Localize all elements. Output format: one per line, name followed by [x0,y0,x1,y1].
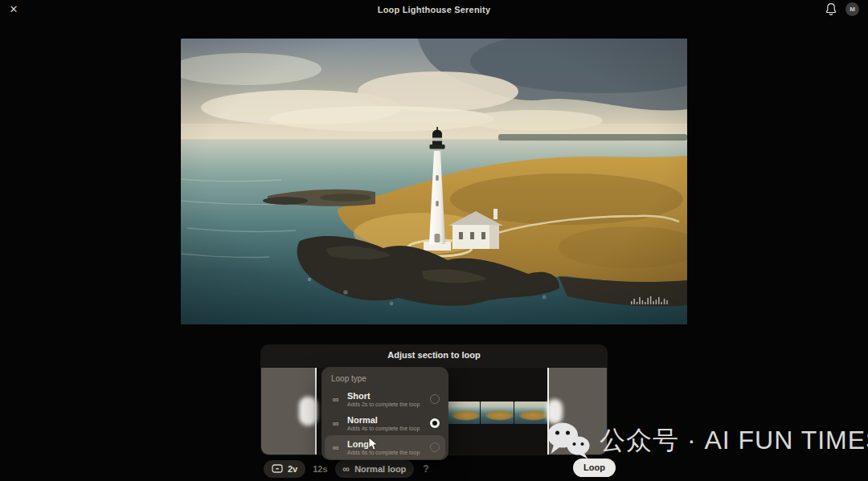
menu-label: Loop type [331,374,448,383]
option-subtitle: Adds 2s to complete the loop [347,401,424,408]
user-avatar[interactable]: M [845,2,859,16]
filmstrip-thumbnail [447,402,480,424]
radio-short[interactable] [430,394,440,404]
option-subtitle: Adds 4s to complete the loop [347,425,424,432]
menu-item-long[interactable]: ∞ Long Adds 6s to complete the loop [325,435,445,459]
option-subtitle: Adds 6s to complete the loop [347,449,424,456]
loop-end-handle[interactable] [547,399,563,424]
radio-long[interactable] [430,442,440,452]
video-preview[interactable] [181,39,687,324]
radio-normal[interactable] [430,418,440,428]
menu-item-normal[interactable]: ∞ Normal Adds 4s to complete the loop [325,411,445,435]
loop-icon: ∞ [330,418,342,428]
loop-type-label: Normal loop [354,464,406,474]
notification-bell-icon[interactable] [825,2,837,16]
variations-label: 2v [288,464,297,474]
loop-type-menu: Loop type ∞ Short Adds 2s to complete th… [321,367,448,460]
watermark-text: 公众号 · AI FUN TIMES [600,423,868,459]
bottom-toolbar: 2v 12s ∞ Normal loop ? [264,459,429,478]
panel-title: Adjust section to loop [260,344,608,360]
menu-item-short[interactable]: ∞ Short Adds 2s to complete the loop [325,387,445,411]
option-title: Short [347,391,424,401]
duration-button[interactable]: 12s [313,464,327,474]
app-window: ✕ Loop Lighthouse Serenity M [0,0,868,481]
filmstrip [447,402,547,424]
loop-type-button[interactable]: ∞ Normal loop [335,460,415,478]
loop-icon: ∞ [330,394,342,404]
mouse-cursor-icon [368,437,379,455]
loop-confirm-button[interactable]: Loop [573,459,616,477]
filmstrip-thumbnail [514,402,547,424]
top-bar: ✕ Loop Lighthouse Serenity M [0,0,868,21]
filmstrip-thumbnail [481,402,514,424]
option-title: Long [347,439,424,449]
page-title: Loop Lighthouse Serenity [0,5,868,14]
variations-button[interactable]: 2v [264,460,305,478]
loop-icon: ∞ [330,442,342,452]
loop-start-handle[interactable] [299,397,317,426]
option-title: Normal [347,415,424,425]
video-card-icon [272,464,283,473]
loop-icon: ∞ [343,465,350,473]
help-icon[interactable]: ? [423,463,428,475]
